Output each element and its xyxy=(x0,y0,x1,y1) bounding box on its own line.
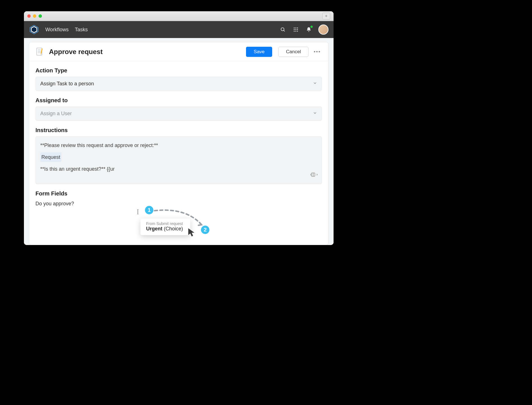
search-icon[interactable] xyxy=(280,26,286,33)
form-field-row: Do you approve? xyxy=(35,199,322,208)
suggestion-type: (Choice) xyxy=(162,226,183,232)
page-body: Approve request Save Cancel ••• Action T… xyxy=(24,38,334,245)
step-badge-1: 1 xyxy=(144,205,154,215)
step-badge-2: 2 xyxy=(200,225,210,235)
insert-variable-button[interactable] xyxy=(310,171,318,181)
nav-tasks[interactable]: Tasks xyxy=(75,27,88,33)
new-tab-button[interactable]: + xyxy=(322,13,330,19)
suggestion-item[interactable]: Urgent (Choice) xyxy=(146,226,183,232)
suggestion-popup[interactable]: From Submit request Urgent (Choice) xyxy=(140,219,190,235)
instructions-line-3: **Is this an urgent request?** {{ur xyxy=(40,166,115,172)
chevron-down-icon xyxy=(313,81,317,87)
suggestion-source: From Submit request xyxy=(146,221,183,226)
svg-point-8 xyxy=(295,29,296,30)
suggestion-name: Urgent xyxy=(146,226,162,232)
form-card: Approve request Save Cancel ••• Action T… xyxy=(29,42,328,245)
notification-dot-icon xyxy=(310,26,313,28)
fullscreen-window-button[interactable] xyxy=(39,14,42,18)
svg-point-2 xyxy=(281,28,284,31)
assigned-to-label: Assigned to xyxy=(35,97,322,104)
svg-point-7 xyxy=(294,29,295,30)
svg-point-12 xyxy=(297,31,298,32)
notifications-icon[interactable] xyxy=(305,26,312,33)
request-variable-pill[interactable]: Request xyxy=(40,152,61,162)
apps-grid-icon[interactable] xyxy=(292,26,299,33)
card-title: Approve request xyxy=(49,48,103,56)
text-caret-icon: I xyxy=(137,207,139,216)
card-header: Approve request Save Cancel ••• xyxy=(29,42,328,61)
user-avatar[interactable] xyxy=(318,25,328,35)
instructions-label: Instructions xyxy=(35,127,322,133)
svg-point-11 xyxy=(295,31,296,32)
svg-point-5 xyxy=(295,28,296,28)
form-icon xyxy=(35,47,45,57)
app-window: + Workflows Tasks xyxy=(24,11,334,245)
card-body: Action Type Assign Task to a person Assi… xyxy=(29,61,328,208)
chevron-down-icon xyxy=(313,111,317,117)
form-fields-label: Form Fields xyxy=(35,190,322,197)
app-logo[interactable] xyxy=(29,25,39,35)
svg-point-6 xyxy=(297,28,298,28)
action-type-value: Assign Task to a person xyxy=(40,81,94,87)
action-type-select[interactable]: Assign Task to a person xyxy=(35,77,322,91)
svg-point-4 xyxy=(294,28,295,28)
svg-point-9 xyxy=(297,29,298,30)
cancel-button[interactable]: Cancel xyxy=(278,47,309,57)
nav-workflows[interactable]: Workflows xyxy=(45,27,69,33)
assigned-to-select[interactable]: Assign a User xyxy=(35,106,322,121)
traffic-lights xyxy=(27,14,42,18)
save-button[interactable]: Save xyxy=(246,47,272,57)
action-type-label: Action Type xyxy=(35,67,322,74)
svg-line-3 xyxy=(284,30,285,32)
svg-point-10 xyxy=(294,31,295,32)
instructions-line-1: **Please review this request and approve… xyxy=(40,141,317,150)
more-options-button[interactable]: ••• xyxy=(312,47,322,57)
minimize-window-button[interactable] xyxy=(33,14,36,18)
instructions-textarea[interactable]: **Please review this request and approve… xyxy=(35,136,322,184)
top-nav: Workflows Tasks xyxy=(24,21,334,38)
close-window-button[interactable] xyxy=(27,14,31,18)
assigned-to-placeholder: Assign a User xyxy=(40,111,72,117)
window-titlebar: + xyxy=(24,11,334,21)
